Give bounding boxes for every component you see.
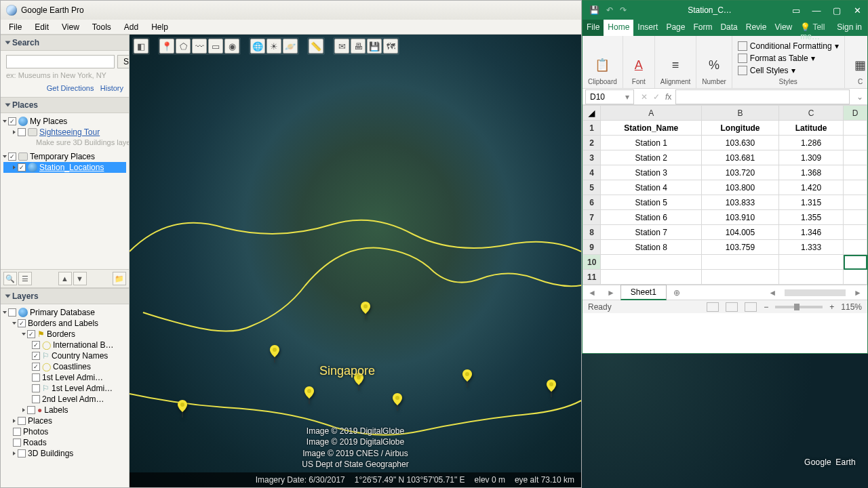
redo-icon[interactable]: ↷ [620, 5, 627, 15]
move-up-button[interactable]: ▲ [58, 272, 72, 285]
cell[interactable] [844, 210, 867, 225]
cells-icon[interactable]: ▦ [850, 55, 868, 75]
cell[interactable] [702, 270, 779, 285]
polygon-button[interactable]: ⬠ [176, 39, 191, 54]
cell[interactable] [601, 255, 702, 270]
table-row[interactable]: 6Station 5103.8331.315 [583, 195, 867, 210]
row-header[interactable]: 8 [583, 225, 601, 240]
ruler-button[interactable]: 📏 [309, 39, 323, 54]
row-header[interactable]: 4 [583, 165, 601, 180]
paste-icon[interactable]: 📋 [592, 55, 612, 75]
checkbox[interactable] [32, 363, 40, 371]
record-tour-button[interactable]: ◉ [224, 39, 239, 54]
checkbox[interactable] [8, 152, 16, 161]
tree-item-coastlines[interactable]: ◯Coastlines [3, 361, 126, 372]
image-overlay-button[interactable]: ▭ [208, 39, 223, 54]
expand-icon[interactable] [12, 322, 16, 325]
tab-view[interactable]: View [770, 20, 796, 36]
zoom-slider[interactable] [775, 306, 823, 308]
tree-item-labels[interactable]: ●Labels [3, 405, 126, 415]
col-header-a[interactable]: A [601, 106, 702, 121]
fx-icon[interactable]: fx [665, 92, 671, 102]
row-header[interactable]: 5 [583, 180, 601, 195]
cell[interactable] [844, 150, 867, 165]
cell[interactable]: 103.681 [702, 150, 779, 165]
view-maps-button[interactable]: 🗺 [383, 39, 398, 54]
select-all-corner[interactable]: ◢ [583, 106, 601, 121]
format-as-table-button[interactable]: Format as Table ▾ [738, 52, 815, 64]
sheet-tab[interactable]: Sheet1 [620, 285, 667, 300]
tree-item-3d-buildings[interactable]: 3D Buildings [3, 448, 126, 459]
checkbox[interactable] [27, 330, 35, 338]
places-panel-header[interactable]: Places [1, 97, 129, 113]
zoom-out[interactable]: − [764, 302, 768, 312]
cell[interactable] [778, 255, 843, 270]
sidebar-toggle-button[interactable]: ◧ [134, 39, 149, 54]
sign-in[interactable]: Sign in [831, 20, 867, 36]
cell[interactable] [778, 270, 843, 285]
minimize-button[interactable]: ― [806, 5, 827, 16]
expand-icon[interactable] [13, 419, 16, 423]
cell[interactable]: 103.630 [702, 136, 779, 150]
tab-page[interactable]: Page [662, 20, 689, 36]
xl-grid[interactable]: ◢ A B C D 1Station_NameLongitudeLatitude… [583, 105, 867, 285]
tree-item-sightseeing[interactable]: Sightseeing Tour [3, 127, 126, 138]
move-down-button[interactable]: ▼ [73, 272, 87, 285]
get-directions-link[interactable]: Get Directions [47, 84, 94, 92]
search-places-button[interactable]: 🔍 [3, 272, 17, 285]
expand-formula-bar[interactable]: ⌄ [852, 92, 867, 102]
tree-item-photos[interactable]: Photos [3, 426, 126, 437]
row-header[interactable]: 9 [583, 240, 601, 255]
table-row[interactable]: 4Station 3103.7201.368 [583, 165, 867, 180]
table-row[interactable]: 1Station_NameLongitudeLatitude [583, 121, 867, 136]
checkbox[interactable] [32, 352, 40, 360]
cancel-icon[interactable]: ✕ [641, 92, 648, 102]
table-row[interactable]: 8Station 7104.0051.346 [583, 225, 867, 240]
menu-tools[interactable]: Tools [87, 21, 117, 33]
name-box[interactable]: D10▾ [585, 89, 634, 104]
expand-icon[interactable] [3, 311, 7, 314]
tree-item-lvl1a[interactable]: 1st Level Admi… [3, 372, 126, 383]
ribbon-options-icon[interactable]: ▭ [786, 5, 806, 16]
cell[interactable]: Station_Name [601, 121, 702, 136]
conditional-formatting-button[interactable]: Conditional Formatting ▾ [738, 40, 839, 52]
maximize-button[interactable]: ▢ [827, 5, 847, 16]
cell[interactable]: 1.309 [778, 150, 843, 165]
menu-help[interactable]: Help [146, 21, 174, 33]
tree-item-country-names[interactable]: ⚐Country Names [3, 350, 126, 361]
percent-icon[interactable]: % [704, 55, 724, 75]
row-header[interactable]: 6 [583, 195, 601, 210]
map-viewport[interactable]: ◧ 📍 ⬠ 〰 ▭ ◉ 🌐 ☀ 🪐 📏 ✉ 🖶 💾 [130, 35, 581, 487]
table-row[interactable]: 9Station 8103.7591.333 [583, 240, 867, 255]
tab-data[interactable]: Data [716, 20, 741, 36]
cell[interactable] [844, 180, 867, 195]
cell[interactable]: 1.315 [778, 195, 843, 210]
cell[interactable] [844, 270, 867, 285]
row-header[interactable]: 7 [583, 210, 601, 225]
tree-item-my-places[interactable]: My Places [3, 116, 126, 127]
tab-review[interactable]: Revie [742, 20, 771, 36]
cell[interactable] [702, 255, 779, 270]
cell[interactable] [844, 136, 867, 150]
label[interactable]: Sightseeing Tour [39, 127, 100, 137]
menu-file[interactable]: File [3, 21, 27, 33]
planet-button[interactable]: 🪐 [283, 39, 298, 54]
save-image-button[interactable]: 💾 [367, 39, 382, 54]
cell[interactable]: Station 1 [601, 136, 702, 150]
cell[interactable]: 103.720 [702, 165, 779, 180]
cell[interactable] [844, 165, 867, 180]
tree-item-temp-places[interactable]: Temporary Places [3, 151, 126, 162]
label[interactable]: Station_Locations [39, 163, 104, 172]
zoom-level[interactable]: 115% [841, 302, 862, 312]
map-extension[interactable]: Google Earth [582, 354, 868, 488]
table-row[interactable]: 5Station 4103.8001.420 [583, 180, 867, 195]
cell[interactable]: 103.910 [702, 210, 779, 225]
save-icon[interactable]: 💾 [589, 5, 599, 15]
toggle-columns-button[interactable]: ☰ [18, 272, 32, 285]
row-header[interactable]: 2 [583, 136, 601, 150]
checkbox[interactable] [13, 428, 21, 436]
tab-file[interactable]: File [583, 20, 604, 36]
tree-item-international[interactable]: ◯International B… [3, 340, 126, 350]
search-input[interactable] [6, 55, 115, 68]
path-button[interactable]: 〰 [192, 39, 207, 54]
